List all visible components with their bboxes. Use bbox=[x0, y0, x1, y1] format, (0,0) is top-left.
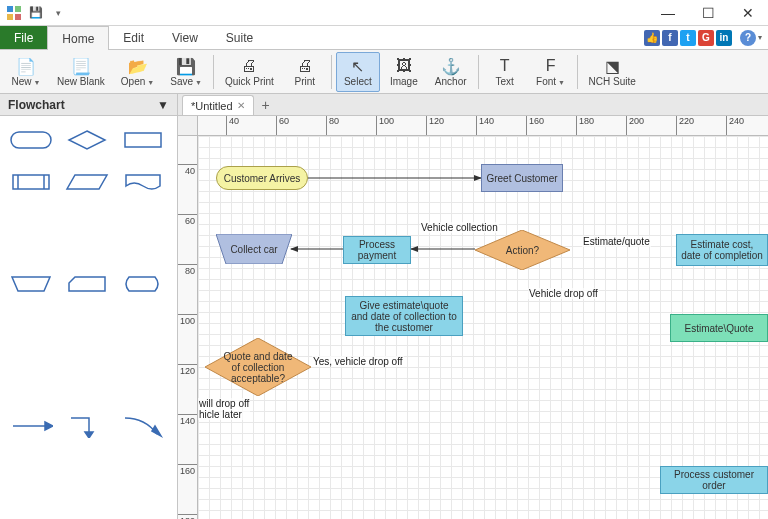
ribbon-open-button[interactable]: 📂Open▼ bbox=[114, 52, 161, 92]
tab-edit[interactable]: Edit bbox=[109, 26, 158, 49]
linkedin-icon[interactable]: in bbox=[716, 30, 732, 46]
ruler-tick: 240 bbox=[726, 116, 744, 135]
shape-panel-collapse-icon[interactable]: ▼ bbox=[157, 98, 169, 112]
canvas-area: *Untitled ✕ + 40608010012014016018020022… bbox=[178, 94, 768, 519]
ribbon-save-button[interactable]: 💾Save▼ bbox=[163, 52, 209, 92]
shape-manual-op[interactable] bbox=[8, 270, 54, 298]
document-tab-close-icon[interactable]: ✕ bbox=[237, 100, 245, 111]
shape-card[interactable] bbox=[64, 270, 110, 298]
svg-marker-5 bbox=[69, 131, 105, 149]
title-bar: 💾 ▾ — ☐ ✕ bbox=[0, 0, 768, 26]
ribbon-image-button[interactable]: 🖼Image bbox=[382, 52, 426, 92]
edge-label-vehicle-collection: Vehicle collection bbox=[420, 222, 499, 233]
window-close-button[interactable]: ✕ bbox=[728, 0, 768, 26]
ruler-tick: 60 bbox=[178, 214, 197, 226]
canvas-viewport[interactable]: 406080100120140160180200220240 406080100… bbox=[178, 116, 768, 519]
node-collect-car[interactable]: Collect car bbox=[216, 234, 292, 264]
ruler-tick: 220 bbox=[676, 116, 694, 135]
edge-label-will-dropoff: will drop off hicle later bbox=[198, 398, 250, 420]
help-dropdown-icon[interactable]: ▾ bbox=[758, 33, 762, 42]
ribbon-newblank-button[interactable]: 📃New Blank bbox=[50, 52, 112, 92]
shape-arrow-straight[interactable] bbox=[8, 412, 54, 440]
tab-view[interactable]: View bbox=[158, 26, 212, 49]
shape-process[interactable] bbox=[120, 126, 166, 154]
ruler-horizontal: 406080100120140160180200220240 bbox=[198, 116, 768, 136]
newblank-icon: 📃 bbox=[71, 56, 91, 76]
node-give-estimate[interactable]: Give estimate\quote and date of collecti… bbox=[345, 296, 463, 336]
ribbon-separator bbox=[331, 55, 332, 89]
new-icon: 📄 bbox=[16, 56, 36, 76]
node-estimate-quote[interactable]: Estimate\Quote bbox=[670, 314, 768, 342]
shape-arrow-curve[interactable] bbox=[120, 412, 166, 440]
ribbon-print-button[interactable]: 🖨Print bbox=[283, 52, 327, 92]
image-icon: 🖼 bbox=[396, 56, 412, 76]
ribbon-font-button[interactable]: FFont▼ bbox=[529, 52, 573, 92]
shape-terminator[interactable] bbox=[8, 126, 54, 154]
svg-rect-4 bbox=[11, 132, 51, 148]
ruler-tick: 100 bbox=[376, 116, 394, 135]
ruler-tick: 100 bbox=[178, 314, 197, 326]
shape-data[interactable] bbox=[64, 168, 110, 196]
ruler-tick: 180 bbox=[178, 514, 197, 519]
node-greet-customer[interactable]: Greet Customer bbox=[481, 164, 563, 192]
ruler-tick: 140 bbox=[476, 116, 494, 135]
shape-arrow-elbow[interactable] bbox=[64, 412, 110, 440]
shape-panel-header[interactable]: Flowchart ▼ bbox=[0, 94, 177, 116]
node-action[interactable]: Action? bbox=[475, 230, 570, 270]
node-estimate-cost[interactable]: Estimate cost, date of completion bbox=[676, 234, 768, 266]
document-tab[interactable]: *Untitled ✕ bbox=[182, 95, 254, 115]
ruler-tick: 120 bbox=[426, 116, 444, 135]
document-tab-label: *Untitled bbox=[191, 100, 233, 112]
node-customer-arrives[interactable]: Customer Arrives bbox=[216, 166, 308, 190]
facebook-icon[interactable]: f bbox=[662, 30, 678, 46]
open-label: Open▼ bbox=[121, 76, 154, 87]
shape-display[interactable] bbox=[120, 270, 166, 298]
tab-suite[interactable]: Suite bbox=[212, 26, 267, 49]
ruler-corner bbox=[178, 116, 198, 136]
window-maximize-button[interactable]: ☐ bbox=[688, 0, 728, 26]
ribbon-new-button[interactable]: 📄New▼ bbox=[4, 52, 48, 92]
ruler-tick: 160 bbox=[526, 116, 544, 135]
svg-marker-15 bbox=[85, 432, 93, 438]
ribbon-separator bbox=[213, 55, 214, 89]
ribbon-anchor-button[interactable]: ⚓Anchor bbox=[428, 52, 474, 92]
svg-rect-0 bbox=[7, 6, 13, 12]
twitter-icon[interactable]: t bbox=[680, 30, 696, 46]
shape-document[interactable] bbox=[120, 168, 166, 196]
drawing-canvas[interactable]: Customer Arrives Greet Customer Collect … bbox=[198, 136, 768, 519]
ruler-tick: 140 bbox=[178, 414, 197, 426]
googleplus-icon[interactable]: G bbox=[698, 30, 714, 46]
document-tab-strip: *Untitled ✕ + bbox=[178, 94, 768, 116]
node-process-payment[interactable]: Process payment bbox=[343, 236, 411, 264]
ribbon-nchsuite-button[interactable]: ⬔NCH Suite bbox=[582, 52, 643, 92]
file-menu-button[interactable]: File bbox=[0, 26, 47, 49]
ruler-tick: 200 bbox=[626, 116, 644, 135]
font-icon: F bbox=[546, 56, 556, 76]
ribbon-select-button[interactable]: ↖Select bbox=[336, 52, 380, 92]
svg-rect-2 bbox=[7, 14, 13, 20]
qat-save-icon[interactable]: 💾 bbox=[26, 3, 46, 23]
node-process-order[interactable]: Process customer order bbox=[660, 466, 768, 494]
ribbon-quickprint-button[interactable]: 🖨Quick Print bbox=[218, 52, 281, 92]
quickprint-label: Quick Print bbox=[225, 76, 274, 87]
shape-panel-title: Flowchart bbox=[8, 98, 65, 112]
ruler-vertical: 406080100120140160180 bbox=[178, 136, 198, 519]
shape-decision[interactable] bbox=[64, 126, 110, 154]
shape-predefined[interactable] bbox=[8, 168, 54, 196]
document-add-tab-button[interactable]: + bbox=[256, 95, 276, 115]
shape-panel: Flowchart ▼ bbox=[0, 94, 178, 519]
text-icon: T bbox=[500, 56, 510, 76]
qat-more-icon[interactable]: ▾ bbox=[48, 3, 68, 23]
tab-home[interactable]: Home bbox=[47, 26, 109, 50]
ruler-tick: 40 bbox=[178, 164, 197, 176]
edge-label-yes-dropoff: Yes, vehicle drop off bbox=[312, 356, 404, 367]
thumb-icon[interactable]: 👍 bbox=[644, 30, 660, 46]
help-icon[interactable]: ? bbox=[740, 30, 756, 46]
ruler-tick: 60 bbox=[276, 116, 289, 135]
qat-app-icon[interactable] bbox=[4, 3, 24, 23]
node-quote-acceptable[interactable]: Quote and date of collection acceptable? bbox=[205, 338, 311, 396]
window-minimize-button[interactable]: — bbox=[648, 0, 688, 26]
svg-marker-11 bbox=[12, 277, 50, 291]
new-label: New▼ bbox=[12, 76, 41, 87]
ribbon-text-button[interactable]: TText bbox=[483, 52, 527, 92]
